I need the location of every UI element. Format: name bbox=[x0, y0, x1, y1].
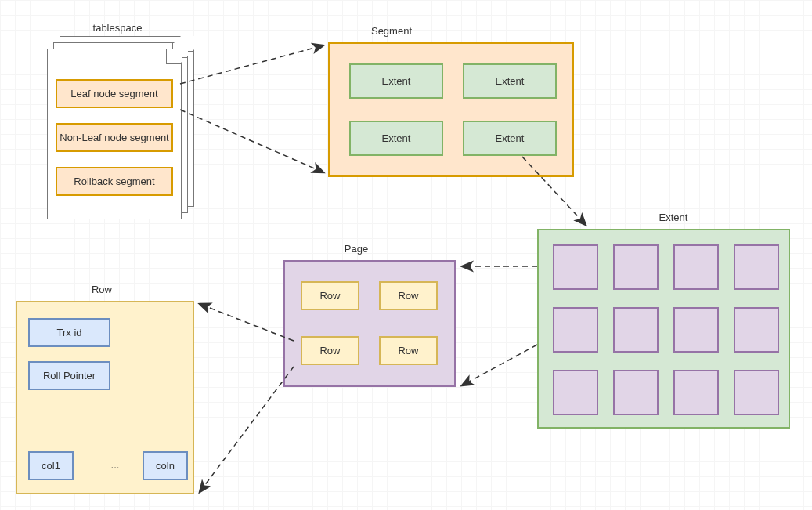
tablespace-doc-front: Leaf node segment Non-Leaf node segment … bbox=[47, 49, 182, 219]
extent-page-11 bbox=[673, 370, 719, 415]
leaf-node-segment: Leaf node segment bbox=[56, 79, 173, 108]
segment-title: Segment bbox=[345, 25, 438, 37]
page-box: Row Row Row Row bbox=[283, 260, 456, 387]
non-leaf-node-segment: Non-Leaf node segment bbox=[56, 123, 173, 152]
arrow-leaf-to-segment-b bbox=[180, 110, 323, 172]
extent-page-6 bbox=[613, 307, 659, 353]
segment-extent-2: Extent bbox=[463, 63, 557, 99]
row-box: Trx id Roll Pointer col1 ... coln bbox=[16, 301, 194, 494]
arrow-extent-to-page-bot bbox=[462, 345, 537, 385]
extent-box bbox=[537, 229, 790, 429]
page-row-1: Row bbox=[301, 281, 359, 310]
page-row-2: Row bbox=[379, 281, 438, 310]
arrow-leaf-to-segment bbox=[180, 45, 323, 84]
extent-page-12 bbox=[734, 370, 779, 415]
extent-title: Extent bbox=[626, 212, 720, 223]
arrow-page-to-row-top bbox=[200, 304, 294, 341]
page-title: Page bbox=[325, 243, 388, 255]
extent-page-9 bbox=[553, 370, 598, 415]
row-rollptr: Roll Pointer bbox=[28, 361, 110, 390]
segment-extent-1: Extent bbox=[349, 63, 443, 99]
extent-page-1 bbox=[553, 244, 598, 290]
row-coln: coln bbox=[143, 451, 188, 480]
rollback-segment: Rollback segment bbox=[56, 167, 173, 196]
tablespace-title: tablespace bbox=[70, 22, 164, 34]
arrow-page-to-row-bot bbox=[200, 367, 294, 492]
row-dots: ... bbox=[103, 459, 127, 471]
row-trxid: Trx id bbox=[28, 318, 110, 347]
extent-page-3 bbox=[673, 244, 719, 290]
segment-extent-3: Extent bbox=[349, 121, 443, 156]
extent-page-10 bbox=[613, 370, 659, 415]
segment-extent-4: Extent bbox=[463, 121, 557, 156]
extent-page-8 bbox=[734, 307, 779, 353]
extent-page-4 bbox=[734, 244, 779, 290]
row-title: Row bbox=[70, 284, 133, 295]
extent-page-7 bbox=[673, 307, 719, 353]
segment-box: Extent Extent Extent Extent bbox=[328, 42, 574, 177]
extent-page-5 bbox=[553, 307, 598, 353]
diagram-canvas: tablespace Leaf node segment Non-Leaf no… bbox=[0, 0, 812, 510]
page-row-3: Row bbox=[301, 336, 359, 365]
page-row-4: Row bbox=[379, 336, 438, 365]
row-col1: col1 bbox=[28, 451, 74, 480]
extent-page-2 bbox=[613, 244, 659, 290]
